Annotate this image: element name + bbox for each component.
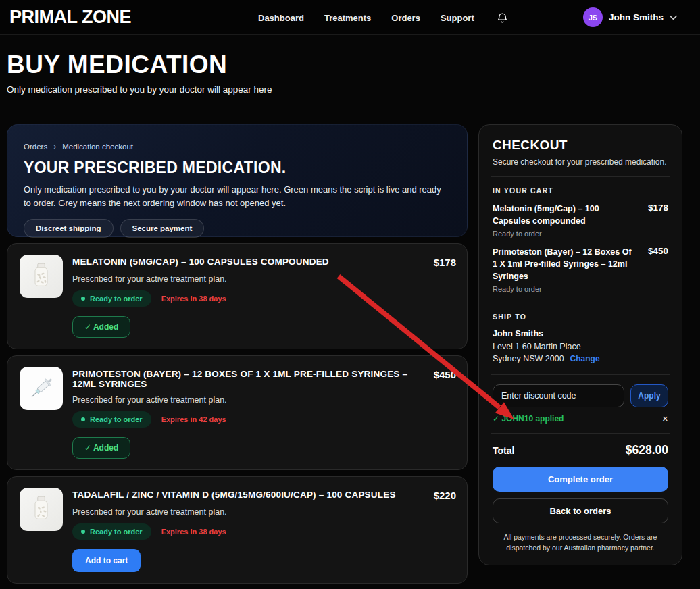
medication-description: Prescribed for your active treatment pla… bbox=[72, 507, 456, 517]
user-avatar: JS bbox=[583, 7, 603, 27]
ready-status-badge: Ready to order bbox=[72, 523, 151, 540]
notifications-bell-icon[interactable] bbox=[496, 11, 509, 24]
badge-secure-payment: Secure payment bbox=[120, 219, 205, 238]
page-header: BUY MEDICATION Only medication prescribe… bbox=[7, 52, 693, 95]
expires-label: Expires in 38 days bbox=[161, 528, 226, 536]
nav-links: Dashboard Treatments Orders Support bbox=[258, 0, 509, 35]
medication-price: $450 bbox=[434, 369, 456, 380]
product-image-pill-bottle bbox=[20, 488, 63, 531]
status-dot-icon bbox=[81, 530, 85, 534]
product-image-pill-bottle bbox=[20, 255, 63, 298]
user-menu[interactable]: JS John Smiths bbox=[583, 7, 677, 27]
total-value: $628.00 bbox=[626, 443, 668, 457]
medication-description: Prescribed for your active treatment pla… bbox=[72, 395, 456, 405]
medication-card-melatonin: MELATONIN (5MG/CAP) – 100 CAPSULES COMPO… bbox=[7, 243, 468, 349]
page-subtitle: Only medication prescribed to you by you… bbox=[7, 84, 693, 95]
cart-item: Primoteston (Bayer) – 12 Boxes Of 1 X 1m… bbox=[493, 246, 668, 293]
nav-item-orders[interactable]: Orders bbox=[391, 13, 420, 23]
total-label: Total bbox=[493, 445, 514, 456]
banner-heading: YOUR PRESCRIBED MEDICATION. bbox=[24, 159, 451, 177]
shipping-line1: Level 1 60 Martin Place bbox=[493, 340, 668, 353]
status-dot-icon bbox=[81, 297, 85, 301]
nav-item-dashboard[interactable]: Dashboard bbox=[258, 13, 304, 23]
nav-item-treatments[interactable]: Treatments bbox=[324, 13, 371, 23]
ready-status-badge: Ready to order bbox=[72, 411, 151, 428]
nav-item-support[interactable]: Support bbox=[441, 13, 474, 23]
apply-discount-button[interactable]: Apply bbox=[630, 384, 668, 407]
medication-card-primoteston: PRIMOTESTON (BAYER) – 12 BOXES OF 1 X 1M… bbox=[7, 355, 468, 470]
added-button[interactable]: ✓ Added bbox=[72, 316, 130, 338]
medication-price: $178 bbox=[434, 257, 456, 268]
medication-name: MELATONIN (5MG/CAP) – 100 CAPSULES COMPO… bbox=[72, 257, 343, 267]
badge-discreet-shipping: Discreet shipping bbox=[24, 219, 114, 238]
checkout-panel: CHECKOUT Secure checkout for your prescr… bbox=[478, 124, 682, 565]
breadcrumb-separator-icon: › bbox=[53, 142, 56, 151]
chevron-down-icon bbox=[670, 15, 677, 20]
cart-item-status: Ready to order bbox=[493, 285, 633, 293]
medication-name: TADALAFIL / ZINC / VITAMIN D (5MG/15MG/6… bbox=[72, 490, 409, 500]
user-name: John Smiths bbox=[609, 12, 664, 22]
divider bbox=[491, 303, 670, 303]
added-button[interactable]: ✓ Added bbox=[72, 437, 130, 459]
cart-item-name: Melatonin (5mg/Cap) – 100 Capsules compo… bbox=[493, 203, 633, 227]
cart-item-status: Ready to order bbox=[493, 230, 633, 238]
change-address-link[interactable]: Change bbox=[570, 354, 600, 363]
medication-description: Prescribed for your active treatment pla… bbox=[72, 274, 456, 284]
divider bbox=[491, 176, 670, 177]
brand-logo[interactable]: PRIMAL ZONE bbox=[9, 7, 131, 28]
cart-item: Melatonin (5mg/Cap) – 100 Capsules compo… bbox=[493, 203, 668, 238]
product-image-syringe bbox=[20, 367, 63, 410]
divider bbox=[491, 374, 670, 375]
remove-discount-icon[interactable]: ✕ bbox=[662, 415, 668, 424]
status-dot-icon bbox=[81, 417, 85, 421]
breadcrumb: Orders › Medication checkout bbox=[24, 142, 451, 151]
discount-code-input[interactable] bbox=[493, 384, 624, 407]
shipping-line2: Sydney NSW 2000Change bbox=[493, 353, 668, 365]
top-navbar: PRIMAL ZONE Dashboard Treatments Orders … bbox=[0, 0, 700, 35]
cart-item-price: $178 bbox=[648, 203, 668, 238]
cart-item-name: Primoteston (Bayer) – 12 Boxes Of 1 X 1m… bbox=[493, 246, 633, 282]
medication-card-tadalafil: TADALAFIL / ZINC / VITAMIN D (5MG/15MG/6… bbox=[7, 476, 468, 584]
medication-price: $220 bbox=[434, 490, 456, 501]
back-to-orders-button[interactable]: Back to orders bbox=[493, 498, 668, 523]
shipping-name: John Smiths bbox=[493, 328, 668, 340]
expires-label: Expires in 38 days bbox=[161, 294, 226, 303]
breadcrumb-current: Medication checkout bbox=[62, 143, 133, 151]
checkout-subtitle: Secure checkout for your prescribed medi… bbox=[493, 157, 668, 167]
page-title: BUY MEDICATION bbox=[7, 52, 693, 78]
medication-name: PRIMOTESTON (BAYER) – 12 BOXES OF 1 X 1M… bbox=[72, 369, 434, 389]
ship-to-label: SHIP TO bbox=[493, 313, 668, 321]
banner-description: Only medication prescribed to you by you… bbox=[24, 183, 451, 210]
prescribed-medication-banner: Orders › Medication checkout YOUR PRESCR… bbox=[7, 124, 468, 237]
add-to-cart-button[interactable]: Add to cart bbox=[72, 549, 141, 572]
cart-section-label: IN YOUR CART bbox=[493, 186, 668, 195]
ready-status-badge: Ready to order bbox=[72, 290, 151, 307]
breadcrumb-orders[interactable]: Orders bbox=[24, 143, 47, 151]
payments-footnote: All payments are processed securely. Ord… bbox=[493, 532, 668, 554]
cart-item-price: $450 bbox=[648, 246, 668, 293]
divider bbox=[491, 433, 670, 434]
checkout-title: CHECKOUT bbox=[493, 138, 668, 153]
discount-applied-label: ✓ JOHN10 applied bbox=[493, 414, 564, 424]
complete-order-button[interactable]: Complete order bbox=[493, 467, 668, 492]
expires-label: Expires in 42 days bbox=[161, 415, 226, 424]
shipping-address: John Smiths Level 1 60 Martin Place Sydn… bbox=[493, 328, 668, 365]
